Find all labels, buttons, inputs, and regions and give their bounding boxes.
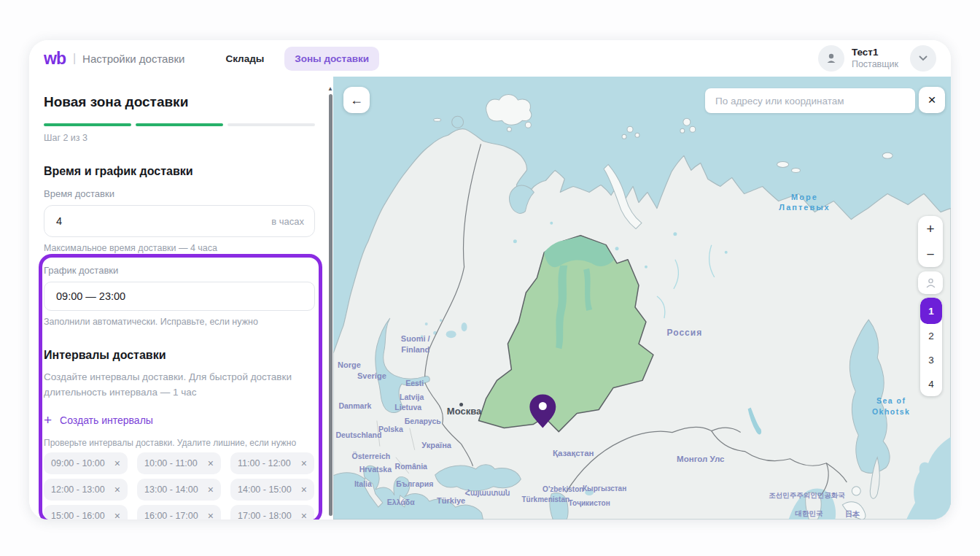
close-map-button[interactable]: ×: [919, 87, 945, 113]
map-search-input[interactable]: [714, 95, 906, 107]
map-canvas[interactable]: МоскваРоссияБеларусьУкраїнаPolskaDeutsch…: [333, 77, 951, 520]
app-window: wb | Настройки доставки Склады Зоны дост…: [29, 40, 951, 520]
progress-segment: [136, 123, 223, 126]
remove-interval-button[interactable]: ×: [114, 511, 120, 520]
interval-chip: 16:00 - 17:00×: [137, 505, 221, 520]
delivery-time-input[interactable]: [55, 215, 271, 228]
delivery-time-field: в часах: [44, 205, 315, 237]
section-heading-intervals: Интервалы доставки: [44, 349, 315, 362]
wb-logo: wb: [44, 49, 66, 69]
panel-scrollbar[interactable]: [329, 94, 332, 516]
interval-chip: 10:00 - 11:00×: [137, 452, 221, 474]
zone-number-3[interactable]: 3: [920, 348, 942, 372]
user-cluster: Тест1 Поставщик: [818, 45, 936, 72]
zone-number-list: 1234: [920, 298, 942, 396]
schedule-field: [44, 282, 315, 311]
step-text: Шаг 2 из 3: [44, 133, 315, 143]
delivery-time-label: Время доставки: [44, 188, 315, 199]
intervals-check-hint: Проверьте интервалы доставки. Удалите ли…: [44, 438, 315, 448]
zoom-out-button[interactable]: −: [918, 242, 943, 267]
plus-icon: +: [44, 415, 52, 425]
interval-chip-label: 16:00 - 17:00: [144, 511, 198, 520]
interval-chip: 12:00 - 13:00×: [44, 479, 128, 501]
intervals-grid: 09:00 - 10:00×10:00 - 11:00×11:00 - 12:0…: [44, 452, 315, 520]
zoom-in-button[interactable]: +: [918, 216, 943, 242]
interval-chip-label: 14:00 - 15:00: [238, 484, 292, 495]
create-intervals-button[interactable]: + Создать интервалы: [44, 414, 153, 426]
interval-chip-label: 12:00 - 13:00: [51, 484, 105, 495]
create-intervals-label: Создать интервалы: [60, 414, 153, 426]
remove-interval-button[interactable]: ×: [301, 484, 307, 495]
chevron-down-icon: [919, 55, 928, 61]
remove-interval-button[interactable]: ×: [301, 458, 307, 468]
remove-interval-button[interactable]: ×: [208, 484, 214, 495]
interval-chip-label: 15:00 - 16:00: [51, 511, 105, 520]
person-outline-icon: [926, 278, 936, 288]
interval-chip: 17:00 - 18:00×: [230, 505, 314, 520]
interval-chip: 11:00 - 12:00×: [230, 452, 314, 474]
user-avatar[interactable]: [818, 45, 844, 72]
header: wb | Настройки доставки Склады Зоны дост…: [29, 40, 951, 77]
tab-delivery-zones[interactable]: Зоны доставки: [284, 47, 379, 71]
user-name: Тест1: [852, 47, 898, 59]
schedule-hint: Заполнили автоматически. Исправьте, если…: [44, 317, 315, 327]
page-title: Новая зона доставки: [44, 94, 315, 110]
header-tabs: Склады Зоны доставки: [215, 47, 379, 71]
section-heading-time: Время и график доставки: [44, 165, 315, 178]
map-geography: [333, 77, 951, 520]
zoom-controls: + −: [918, 216, 943, 267]
back-button[interactable]: ←: [343, 87, 370, 113]
interval-chip-label: 13:00 - 14:00: [144, 484, 198, 495]
map-search: [705, 88, 915, 113]
interval-chip: 13:00 - 14:00×: [137, 479, 221, 501]
remove-interval-button[interactable]: ×: [114, 458, 120, 468]
schedule-input[interactable]: [55, 290, 304, 303]
interval-chip: 14:00 - 15:00×: [230, 479, 314, 501]
progress-segment: [228, 123, 315, 126]
zone-number-1[interactable]: 1: [920, 298, 942, 324]
scrollbar-up-arrow: ▲: [327, 85, 333, 92]
interval-chip: 09:00 - 10:00×: [44, 452, 128, 474]
progress-segment: [44, 123, 131, 126]
user-role: Поставщик: [852, 59, 898, 71]
remove-interval-button[interactable]: ×: [301, 511, 307, 520]
interval-chip-label: 10:00 - 11:00: [144, 458, 198, 468]
remove-interval-button[interactable]: ×: [208, 458, 214, 468]
interval-chip-label: 17:00 - 18:00: [238, 511, 292, 520]
schedule-label: График доставки: [44, 265, 315, 276]
interval-chip: 15:00 - 16:00×: [44, 505, 128, 520]
remove-interval-button[interactable]: ×: [208, 511, 214, 520]
zone-number-2[interactable]: 2: [920, 324, 942, 348]
delivery-time-hint: Максимальное время доставки — 4 часа: [44, 243, 315, 253]
person-icon: [825, 52, 838, 65]
logo-divider: |: [73, 52, 76, 65]
tab-warehouses[interactable]: Склады: [215, 47, 274, 71]
step-progress: [44, 123, 315, 126]
locate-me-button[interactable]: [918, 271, 943, 294]
delivery-time-unit: в часах: [271, 216, 304, 227]
user-menu-button[interactable]: [910, 45, 936, 72]
interval-chip-label: 09:00 - 10:00: [51, 458, 105, 468]
app-title: Настройки доставки: [82, 53, 184, 65]
interval-chip-label: 11:00 - 12:00: [238, 458, 291, 468]
intervals-description: Создайте интервалы доставки. Для быстрой…: [44, 369, 292, 400]
delivery-zone-panel: Новая зона доставки Шаг 2 из 3 Время и г…: [29, 77, 330, 520]
remove-interval-button[interactable]: ×: [114, 484, 120, 495]
zone-number-4[interactable]: 4: [920, 372, 942, 396]
